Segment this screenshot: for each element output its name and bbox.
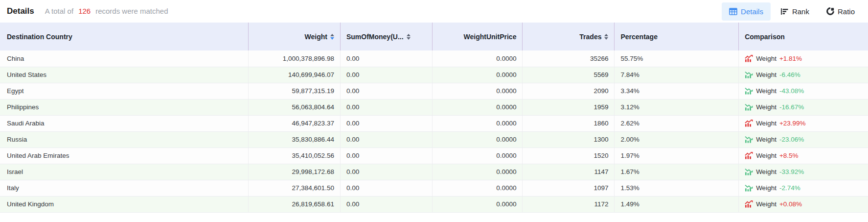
cell-weight_unit_price: 0.0000 [432,148,522,164]
cell-country: Russia [0,131,248,148]
ratio-donut-icon [826,7,834,15]
comparison-change: +23.99% [779,120,806,127]
column-header-comparison: Comparison [739,23,868,50]
cell-sum_of_money: 0.00 [340,99,432,115]
cell-weight_unit_price: 0.0000 [432,131,522,148]
table-header-row: Destination CountryWeightSumOfMoney(U...… [0,23,868,50]
cell-trades: 5569 [523,67,615,83]
cell-weight: 1,000,378,896.98 [248,50,340,67]
comparison-metric: Weight [756,184,777,192]
view-button-details[interactable]: Details [722,2,771,21]
cell-sum_of_money: 0.00 [340,83,432,99]
chart-down-icon [745,168,753,175]
cell-trades: 1520 [523,148,615,164]
comparison-change: +8.5% [779,152,799,159]
summary-prefix: A total of [45,7,73,15]
comparison-change: -16.67% [779,103,804,111]
comparison-metric: Weight [756,87,777,95]
cell-percentage: 7.84% [615,67,739,83]
cell-percentage: 1.97% [615,148,739,164]
rank-bars-icon [780,8,789,15]
cell-country: Israel [0,164,248,180]
cell-country: Philippines [0,99,248,115]
cell-sum_of_money: 0.00 [340,180,432,196]
cell-weight_unit_price: 0.0000 [432,99,522,115]
cell-weight: 59,877,315.19 [248,83,340,99]
view-button-label: Rank [792,7,809,16]
cell-percentage: 2.00% [615,131,739,148]
comparison-indicator: Weight-33.92% [745,168,862,175]
view-button-label: Ratio [838,7,855,16]
cell-comparison: Weight+8.5% [739,148,868,164]
cell-weight_unit_price: 0.0000 [432,180,522,196]
comparison-metric: Weight [756,136,777,143]
result-summary: Details A total of126records were matche… [7,6,168,16]
cell-comparison: Weight+1.81% [739,50,868,67]
comparison-metric: Weight [756,168,777,175]
sort-carets-icon[interactable] [407,34,411,40]
cell-trades: 1097 [523,180,615,196]
column-header-trades[interactable]: Trades [523,23,615,50]
table-row: United Arab Emirates35,410,052.560.000.0… [0,148,868,164]
cell-sum_of_money: 0.00 [340,164,432,180]
column-label: SumOfMoney(U... [346,33,404,41]
table-row: United Kingdom26,819,658.610.000.0000117… [0,196,868,212]
table-row: Egypt59,877,315.190.000.000020903.34%Wei… [0,83,868,99]
cell-trades: 2090 [523,83,615,99]
cell-country: Egypt [0,83,248,99]
chart-up-icon [745,55,753,62]
table-row: China1,000,378,896.980.000.00003526655.7… [0,50,868,67]
cell-trades: 1959 [523,99,615,115]
column-label: WeightUnitPrice [464,33,517,41]
cell-weight_unit_price: 0.0000 [432,83,522,99]
cell-percentage: 2.62% [615,115,739,131]
comparison-indicator: Weight-23.06% [745,136,862,143]
cell-percentage: 1.49% [615,196,739,212]
column-header-country: Destination Country [0,23,248,50]
sort-carets-icon[interactable] [604,34,608,40]
chart-down-icon [745,71,753,78]
view-switch: DetailsRankRatio [722,2,862,21]
column-header-sum_of_money[interactable]: SumOfMoney(U... [340,23,432,50]
results-table: Destination CountryWeightSumOfMoney(U...… [0,23,868,213]
comparison-change: +0.08% [779,200,802,208]
comparison-metric: Weight [756,71,777,78]
cell-country: United States [0,67,248,83]
cell-country: China [0,50,248,67]
column-header-weight[interactable]: Weight [248,23,340,50]
cell-weight: 140,699,946.07 [248,67,340,83]
cell-country: United Kingdom [0,196,248,212]
column-header-percentage: Percentage [615,23,739,50]
comparison-change: -33.92% [779,168,804,175]
comparison-indicator: Weight-2.74% [745,184,862,192]
column-label: Destination Country [7,33,72,41]
comparison-indicator: Weight+1.81% [745,55,862,62]
comparison-indicator: Weight-43.08% [745,87,862,95]
comparison-change: -2.74% [779,184,800,192]
chart-up-icon [745,200,753,208]
summary-suffix: records were matched [95,7,168,15]
table-row: Russia35,830,886.440.000.000013002.00%We… [0,131,868,148]
cell-comparison: Weight-33.92% [739,164,868,180]
cell-sum_of_money: 0.00 [340,50,432,67]
cell-trades: 1172 [523,196,615,212]
comparison-metric: Weight [756,55,777,62]
cell-weight_unit_price: 0.0000 [432,164,522,180]
cell-trades: 1860 [523,115,615,131]
column-label: Comparison [745,33,785,41]
chart-down-icon [745,184,753,192]
record-count: 126 [78,7,91,15]
table-grid-icon [729,8,737,15]
comparison-metric: Weight [756,152,777,159]
chart-up-icon [745,120,753,127]
cell-weight: 35,830,886.44 [248,131,340,148]
sort-carets-icon[interactable] [330,34,334,40]
toolbar: Details A total of126records were matche… [0,0,868,23]
comparison-indicator: Weight-6.46% [745,71,862,78]
table-row: United States140,699,946.070.000.0000556… [0,67,868,83]
view-button-ratio[interactable]: Ratio [819,2,862,21]
comparison-change: -43.08% [779,87,804,95]
records-summary: A total of126records were matched [45,7,168,15]
view-button-rank[interactable]: Rank [773,2,817,21]
cell-country: Saudi Arabia [0,115,248,131]
